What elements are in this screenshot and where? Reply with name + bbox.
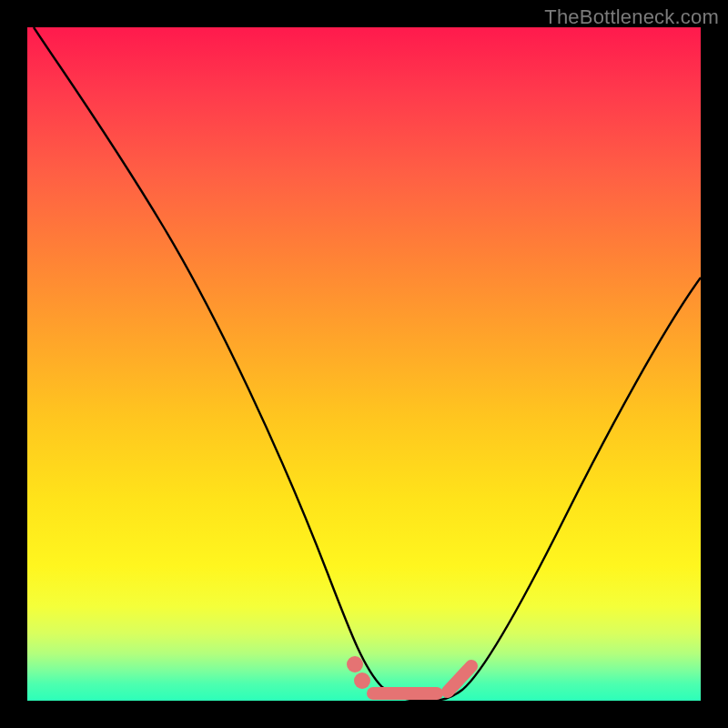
- watermark-text: TheBottleneck.com: [544, 5, 719, 29]
- trough-dot-left-upper: [354, 672, 370, 689]
- trough-dot-left-upper2: [347, 656, 363, 672]
- curve-layer: [27, 27, 701, 701]
- bottleneck-curve: [34, 27, 701, 701]
- chart-frame: TheBottleneck.com: [0, 0, 728, 728]
- trough-rise-marker: [448, 666, 471, 692]
- plot-area: [27, 27, 701, 701]
